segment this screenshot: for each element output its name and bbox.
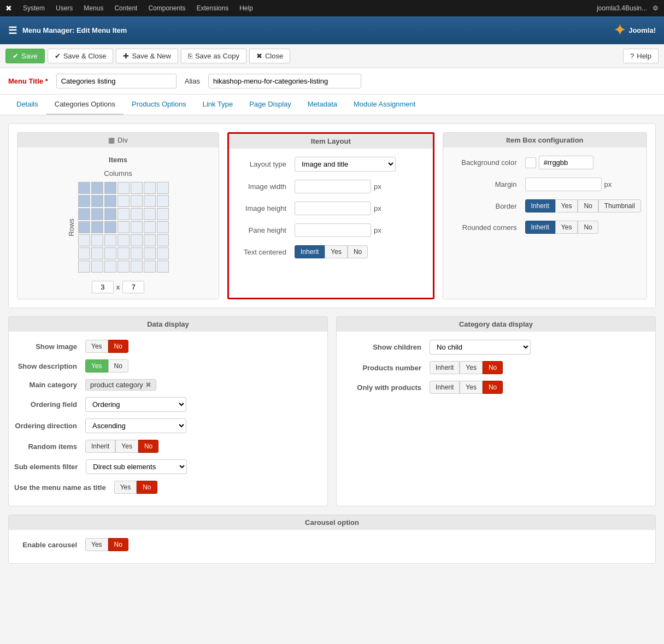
grid-cell[interactable] [157, 195, 169, 207]
grid-cell[interactable] [157, 261, 169, 273]
grid-cell[interactable] [104, 208, 116, 220]
tab-module-assignment[interactable]: Module Assignment [345, 94, 424, 115]
image-height-input[interactable] [295, 202, 371, 215]
grid-cell[interactable] [131, 261, 143, 273]
grid-cell[interactable] [117, 247, 130, 259]
tab-metadata[interactable]: Metadata [299, 94, 345, 115]
grid-cell[interactable] [144, 247, 156, 259]
nav-item-components[interactable]: Components [143, 0, 191, 16]
grid-cell[interactable] [157, 208, 169, 220]
grid-cell[interactable] [144, 261, 156, 273]
only-products-inherit-btn[interactable]: Inherit [430, 381, 460, 394]
grid-cell[interactable] [104, 261, 116, 273]
grid-cell[interactable] [91, 247, 103, 259]
grid-cell[interactable] [78, 208, 90, 220]
nav-item-extensions[interactable]: Extensions [191, 0, 234, 16]
grid-cell[interactable] [78, 195, 90, 207]
save-button[interactable]: ✔ Save [5, 49, 45, 63]
show-children-select[interactable]: No child [430, 340, 531, 355]
nav-item-system[interactable]: System [17, 0, 50, 16]
layout-type-select[interactable]: Image and title [295, 157, 396, 172]
random-no-btn[interactable]: No [138, 440, 158, 453]
rounded-no-btn[interactable]: No [578, 221, 598, 234]
grid-cell[interactable] [131, 195, 143, 207]
grid-cell[interactable] [144, 195, 156, 207]
only-products-no-btn[interactable]: No [483, 381, 503, 394]
grid-cell[interactable] [104, 234, 116, 246]
pane-height-input[interactable] [295, 223, 371, 237]
random-yes-btn[interactable]: Yes [115, 440, 138, 453]
grid-cell[interactable] [91, 195, 103, 207]
text-centered-no-btn[interactable]: No [348, 245, 368, 258]
text-centered-yes-btn[interactable]: Yes [325, 245, 348, 258]
grid-cell[interactable] [131, 221, 143, 233]
text-centered-inherit-btn[interactable]: Inherit [295, 245, 325, 258]
grid-cell[interactable] [91, 234, 103, 246]
grid-cell[interactable] [157, 221, 169, 233]
grid-cell[interactable] [144, 182, 156, 194]
bg-color-input[interactable] [539, 156, 594, 169]
grid-cell[interactable] [117, 195, 130, 207]
grid-cell[interactable] [144, 221, 156, 233]
help-button[interactable]: ? Help [623, 49, 659, 63]
save-copy-button[interactable]: ⎘ Save as Copy [181, 49, 246, 63]
products-num-yes-btn[interactable]: Yes [460, 361, 483, 374]
alias-input[interactable] [208, 74, 361, 88]
grid-cell[interactable] [117, 221, 130, 233]
grid-cell[interactable] [131, 234, 143, 246]
use-menu-yes-btn[interactable]: Yes [114, 481, 137, 494]
tab-page-display[interactable]: Page Display [241, 94, 299, 115]
random-inherit-btn[interactable]: Inherit [85, 440, 115, 453]
grid-cell[interactable] [117, 234, 130, 246]
grid-cell[interactable] [131, 247, 143, 259]
ordering-dir-select[interactable]: Ascending [85, 418, 186, 433]
tab-categories-options[interactable]: Categories Options [46, 94, 124, 115]
settings-icon[interactable]: ⚙ [653, 4, 659, 12]
row-count-input[interactable] [122, 281, 144, 293]
grid-cell[interactable] [117, 182, 130, 194]
nav-item-menus[interactable]: Menus [78, 0, 109, 16]
col-count-input[interactable] [92, 281, 114, 293]
grid-cell[interactable] [78, 261, 90, 273]
grid-cell[interactable] [144, 234, 156, 246]
grid-cell[interactable] [91, 208, 103, 220]
grid-cell[interactable] [104, 247, 116, 259]
enable-carousel-yes-btn[interactable]: Yes [85, 538, 108, 551]
grid-cell[interactable] [78, 247, 90, 259]
grid-cell[interactable] [157, 234, 169, 246]
show-desc-yes-btn[interactable]: Yes [85, 359, 108, 373]
show-image-no-btn[interactable]: No [108, 340, 128, 353]
border-inherit-btn[interactable]: Inherit [525, 199, 555, 212]
use-menu-no-btn[interactable]: No [137, 481, 157, 494]
products-num-inherit-btn[interactable]: Inherit [430, 361, 460, 374]
rounded-inherit-btn[interactable]: Inherit [525, 221, 555, 234]
grid-cell[interactable] [131, 182, 143, 194]
grid-cell[interactable] [144, 208, 156, 220]
sub-filter-select[interactable]: Direct sub elements [86, 459, 187, 474]
margin-input[interactable] [525, 178, 602, 191]
rounded-yes-btn[interactable]: Yes [555, 221, 578, 234]
grid-cell[interactable] [91, 182, 103, 194]
ordering-field-select[interactable]: Ordering [85, 397, 186, 412]
enable-carousel-no-btn[interactable]: No [108, 538, 128, 551]
tab-details[interactable]: Details [8, 94, 46, 115]
show-image-yes-btn[interactable]: Yes [85, 340, 108, 353]
products-num-no-btn[interactable]: No [483, 361, 503, 374]
show-desc-no-btn[interactable]: No [108, 359, 128, 373]
nav-item-users[interactable]: Users [50, 0, 78, 16]
grid-cell[interactable] [117, 261, 130, 273]
main-cat-remove-icon[interactable]: ✖ [145, 381, 151, 389]
image-width-input[interactable] [295, 180, 371, 193]
border-no-btn[interactable]: No [578, 199, 598, 212]
nav-item-help[interactable]: Help [234, 0, 258, 16]
grid-cell[interactable] [157, 247, 169, 259]
grid-cell[interactable] [91, 221, 103, 233]
grid-cell[interactable] [131, 208, 143, 220]
only-products-yes-btn[interactable]: Yes [460, 381, 483, 394]
close-button[interactable]: ✖ Close [249, 49, 290, 63]
save-new-button[interactable]: ✚ Save & New [116, 49, 178, 63]
border-thumbnail-btn[interactable]: Thumbnail [598, 199, 641, 212]
nav-item-content[interactable]: Content [109, 0, 143, 16]
grid-cell[interactable] [104, 221, 116, 233]
grid-cell[interactable] [91, 261, 103, 273]
